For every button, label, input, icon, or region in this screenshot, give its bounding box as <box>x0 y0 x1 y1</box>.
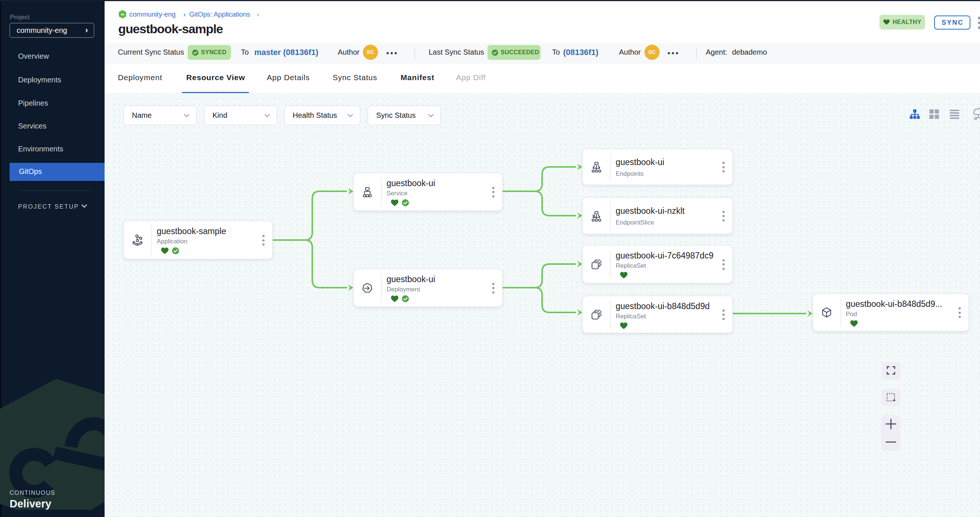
svg-text:∞: ∞ <box>121 11 124 17</box>
